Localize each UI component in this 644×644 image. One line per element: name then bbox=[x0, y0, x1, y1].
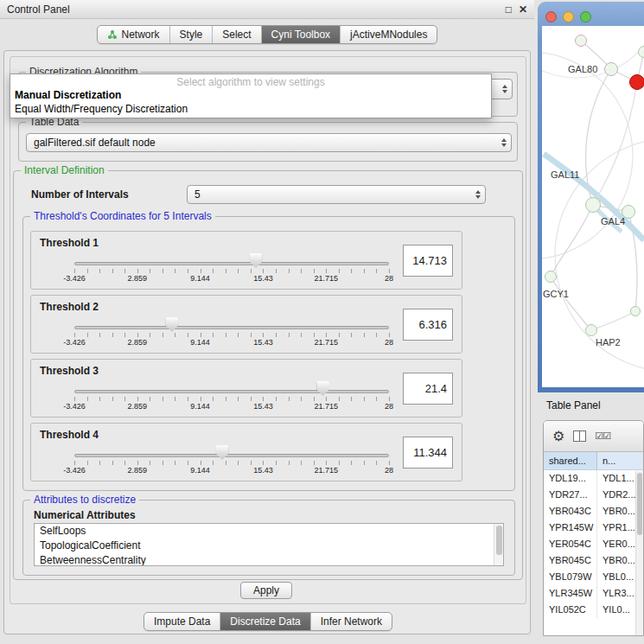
threshold-2-panel: Threshold 2 -3.4262.8599.14415.4321.7152… bbox=[30, 295, 462, 354]
table-header-shared[interactable]: shared... bbox=[544, 452, 597, 469]
table-panel-title: Table Panel bbox=[546, 399, 601, 411]
threshold-3-label: Threshold 3 bbox=[40, 365, 99, 377]
tab-select[interactable]: Select bbox=[213, 26, 261, 43]
bottom-tab-bar: Impute Data Discretize Data Infer Networ… bbox=[4, 610, 532, 633]
tab-discretize-data[interactable]: Discretize Data bbox=[220, 613, 310, 630]
tab-cyni-toolbox[interactable]: Cyni Toolbox bbox=[262, 26, 341, 43]
network-node[interactable] bbox=[630, 306, 641, 316]
slider-scale-label: 9.144 bbox=[190, 402, 210, 411]
checkbox-icons[interactable]: ☑☑ bbox=[595, 430, 610, 442]
slider-scale-label: 28 bbox=[385, 466, 393, 475]
threshold-3-value-field[interactable]: 21.4 bbox=[403, 373, 453, 405]
attributes-scrollbar-thumb[interactable] bbox=[496, 526, 502, 555]
network-tab-icon bbox=[107, 29, 118, 40]
algorithm-option-manual[interactable]: Manual Discretization bbox=[10, 88, 491, 102]
threshold-2-value-field[interactable]: 6.316 bbox=[403, 309, 453, 341]
slider-ticks bbox=[74, 461, 391, 465]
close-traffic-icon[interactable] bbox=[545, 11, 557, 22]
table-cell: YBL079W bbox=[544, 569, 597, 585]
table-row[interactable]: YPR145WYPR1... bbox=[544, 520, 643, 536]
tab-style-label: Style bbox=[180, 29, 203, 41]
attributes-scrollbar[interactable] bbox=[494, 524, 503, 565]
threshold-4-slider[interactable] bbox=[74, 445, 389, 462]
gear-icon[interactable]: ⚙ bbox=[552, 430, 564, 443]
algorithm-placeholder-option[interactable]: Select algorithm to view settings bbox=[10, 74, 491, 88]
tab-style[interactable]: Style bbox=[170, 26, 214, 43]
threshold-1-slider[interactable] bbox=[74, 253, 389, 270]
attribute-item[interactable]: TopologicalCoefficient bbox=[35, 539, 503, 553]
network-node-label: GAL11 bbox=[551, 169, 579, 180]
slider-scale: -3.4262.8599.14415.4321.71528 bbox=[74, 338, 389, 348]
control-panel-title: Control Panel bbox=[7, 3, 70, 16]
table-cell: YDL19... bbox=[544, 470, 597, 487]
table-row[interactable]: YLR345WYLR3... bbox=[544, 585, 643, 602]
threshold-4-value-field[interactable]: 11.344 bbox=[403, 437, 453, 469]
network-node[interactable] bbox=[575, 35, 587, 47]
slider-scale-label: 9.144 bbox=[190, 338, 210, 347]
threshold-4-slider-thumb[interactable] bbox=[216, 445, 229, 460]
network-node[interactable] bbox=[585, 197, 601, 213]
network-node[interactable] bbox=[629, 74, 644, 90]
close-icon[interactable]: ✕ bbox=[519, 4, 527, 15]
threshold-2-slider-thumb[interactable] bbox=[165, 317, 178, 332]
table-row[interactable]: YDR27...YDR2... bbox=[544, 487, 643, 503]
float-window-icon[interactable]: □ bbox=[506, 4, 512, 15]
slider-scale-label: 2.859 bbox=[128, 466, 148, 475]
attribute-item[interactable]: SelfLoops bbox=[35, 524, 503, 539]
columns-icon[interactable] bbox=[573, 430, 586, 442]
attribute-item[interactable]: BetweennessCentrality bbox=[35, 553, 503, 566]
table-row[interactable]: YIL052CYIL0... bbox=[544, 602, 643, 618]
interval-definition-group: Interval Definition Number of Intervals … bbox=[13, 170, 523, 580]
table-cell: YDR27... bbox=[544, 487, 597, 503]
threshold-1-slider-thumb[interactable] bbox=[250, 253, 263, 268]
slider-scale-label: 21.715 bbox=[314, 466, 338, 475]
number-of-intervals-value: 5 bbox=[194, 188, 201, 201]
network-node[interactable] bbox=[585, 324, 597, 336]
slider-scale-label: 15.43 bbox=[253, 402, 273, 411]
table-cell: YBR045C bbox=[544, 552, 597, 569]
table-row[interactable]: YBL079WYBL0... bbox=[544, 569, 643, 585]
zoom-traffic-icon[interactable] bbox=[580, 11, 591, 22]
combo-stepper-icon bbox=[502, 85, 507, 93]
interval-definition-group-label: Interval Definition bbox=[21, 164, 108, 176]
tab-jactivemnodules[interactable]: jActiveMNodules bbox=[341, 26, 437, 43]
tab-network[interactable]: Network bbox=[98, 26, 170, 43]
slider-scale-label: 21.715 bbox=[314, 274, 338, 283]
table-data-combo[interactable]: galFiltered.sif default node bbox=[26, 133, 512, 152]
tab-infer-network[interactable]: Infer Network bbox=[311, 613, 392, 630]
select-column-icon[interactable]: ☑ bbox=[603, 430, 610, 441]
table-cell: YLR345W bbox=[544, 585, 597, 602]
threshold-1-label: Threshold 1 bbox=[40, 237, 99, 249]
apply-button[interactable]: Apply bbox=[240, 582, 292, 599]
slider-scale-label: -3.426 bbox=[63, 402, 86, 411]
tab-impute-data[interactable]: Impute Data bbox=[144, 613, 220, 630]
algorithm-option-equal-width[interactable]: Equal Width/Frequency Discretization bbox=[10, 102, 491, 116]
threshold-1-panel: Threshold 1 -3.4262.8599.14415.4321.7152… bbox=[30, 231, 462, 290]
slider-scale-label: 28 bbox=[385, 402, 393, 411]
network-node[interactable] bbox=[638, 46, 644, 58]
control-panel-titlebar: Control Panel □ ✕ bbox=[0, 0, 534, 19]
number-of-intervals-combo[interactable]: 5 bbox=[187, 185, 486, 204]
threshold-4-label: Threshold 4 bbox=[40, 429, 99, 441]
table-data-group: Table Data galFiltered.sif default node bbox=[18, 122, 518, 162]
table-scrollbar-thumb[interactable] bbox=[637, 473, 642, 535]
table-toolbar: ⚙ ☑☑ bbox=[544, 421, 643, 452]
numerical-attributes-list[interactable]: SelfLoopsTopologicalCoefficientBetweenne… bbox=[34, 523, 504, 566]
minimize-traffic-icon[interactable] bbox=[563, 11, 574, 22]
select-all-icon[interactable]: ☑ bbox=[595, 430, 603, 441]
threshold-3-slider-thumb[interactable] bbox=[316, 381, 329, 396]
table-row[interactable]: YBR045CYBR0... bbox=[544, 552, 643, 569]
table-row[interactable]: YER054CYER0... bbox=[544, 536, 643, 552]
table-header-name[interactable]: n... bbox=[597, 452, 643, 469]
threshold-4-panel: Threshold 4 -3.4262.8599.14415.4321.7152… bbox=[30, 423, 462, 481]
threshold-2-slider[interactable] bbox=[74, 317, 389, 334]
threshold-3-slider[interactable] bbox=[74, 381, 389, 398]
table-row[interactable]: YBR043CYBR0... bbox=[544, 503, 643, 520]
threshold-2-label: Threshold 2 bbox=[40, 301, 99, 313]
table-scrollbar[interactable] bbox=[635, 471, 643, 635]
network-node[interactable] bbox=[545, 271, 557, 283]
network-node[interactable] bbox=[604, 62, 618, 76]
table-row[interactable]: YDL19...YDL1... bbox=[544, 470, 643, 487]
threshold-1-value-field[interactable]: 14.713 bbox=[403, 245, 453, 277]
network-canvas[interactable]: GAL80GAL11GAL4GCY1HAP2 bbox=[542, 26, 644, 387]
